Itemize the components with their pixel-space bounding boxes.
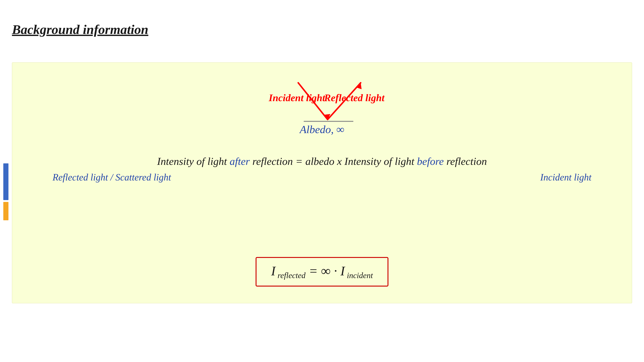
reflected-scattered-label: Reflected light / Scattered light [52, 172, 171, 183]
content-box: Incident light Reflected light Albedo, ∞… [12, 62, 632, 303]
formula-reflected-sub: reflected [276, 271, 306, 280]
formula-incident-sub: incident [345, 271, 373, 280]
formula-text: I reflected = ∞ · I incident [271, 263, 373, 280]
albedo-label: Albedo, ∞ [300, 123, 344, 136]
formula-equals: = ∞ · [309, 264, 340, 278]
reflected-light-label: Reflected light [324, 92, 384, 103]
sidebar-orange-bar [3, 202, 8, 220]
page-title: Background information [12, 22, 148, 37]
incident-light-eq-label: Incident light [540, 172, 592, 183]
labels-line: Reflected light / Scattered light Incide… [49, 172, 595, 183]
diagram-area: Incident light Reflected light Albedo, ∞ [258, 74, 386, 136]
equation-text-area: Intensity of light after reflection = al… [49, 154, 595, 183]
intensity-prefix: Intensity of light [157, 155, 230, 167]
formula-i-reflected: I [271, 264, 276, 278]
sidebar-blue-bar [3, 163, 8, 200]
intensity-middle: reflection = albedo x Intensity of light [250, 155, 417, 167]
formula-i-incident: I [340, 264, 345, 278]
intensity-equation-line: Intensity of light after reflection = al… [49, 154, 595, 168]
after-word: after [230, 155, 250, 167]
formula-box: I reflected = ∞ · I incident [256, 257, 388, 287]
before-word: before [417, 155, 444, 167]
incident-light-label: Incident light [269, 92, 325, 103]
intensity-suffix: reflection [444, 155, 487, 167]
